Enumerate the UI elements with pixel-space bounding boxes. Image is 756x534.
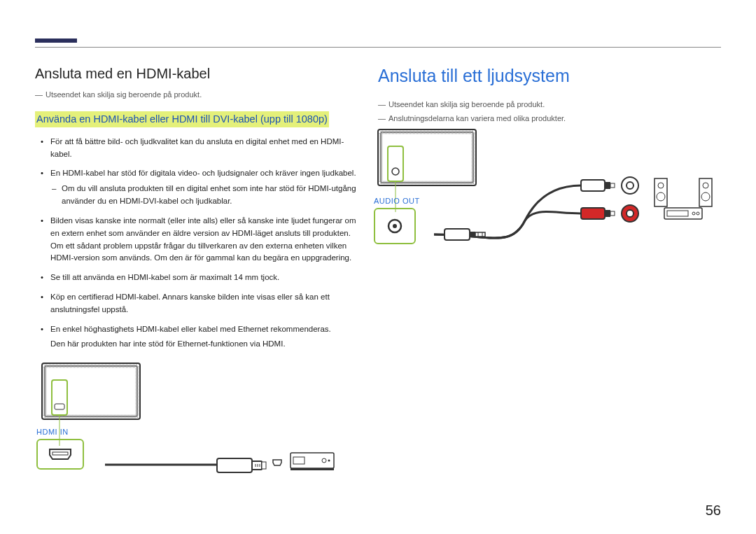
after-last-bullet-text: Den här produkten har inte stöd för Ethe…	[35, 338, 357, 351]
bullet-item: Köp en certifierad HDMI-kabel. Annars ka…	[50, 291, 357, 316]
left-column: Ansluta med en HDMI-kabel ―Utseendet kan…	[35, 66, 357, 496]
svg-rect-24	[475, 232, 485, 237]
left-subheading-highlighted: Använda en HDMI-kabel eller HDMI till DV…	[35, 111, 329, 127]
audio-out-label: AUDIO OUT	[374, 197, 420, 205]
right-column: Ansluta till ett ljudsystem ―Utseendet k…	[378, 66, 721, 496]
svg-rect-23	[470, 232, 475, 237]
sub-bullet-list: Om du vill ansluta produkten till en dig…	[50, 183, 357, 208]
top-rule	[35, 47, 721, 48]
svg-rect-20	[388, 146, 403, 181]
right-note-2-text: Anslutningsdelarna kan variera med olika…	[388, 114, 566, 122]
hdmi-port-icon	[48, 448, 72, 461]
bullet-item: En enkel höghastighets HDMI-kabel eller …	[50, 323, 357, 336]
audio-diagram: AUDIO OUT	[378, 129, 721, 276]
svg-rect-11	[290, 453, 334, 468]
bullet-item: En HDMI-kabel har stöd för digitala vide…	[50, 167, 357, 207]
svg-rect-28	[605, 182, 610, 189]
svg-rect-22	[444, 229, 470, 240]
audio-jack-icon	[387, 218, 402, 234]
left-note-1: ―Utseendet kan skilja sig beroende på pr…	[35, 90, 357, 99]
bullet-item: Se till att använda en HDMI-kabel som är…	[50, 272, 357, 284]
svg-rect-15	[290, 468, 334, 470]
bullet-text: En HDMI-kabel har stöd för digitala vide…	[50, 169, 356, 177]
svg-rect-5	[217, 458, 252, 472]
audio-port-label: AUDIO OUT	[374, 197, 420, 244]
right-note-2: ―Anslutningsdelarna kan variera med olik…	[378, 114, 721, 122]
svg-rect-27	[581, 180, 605, 191]
bullet-item: Bilden visas kanske inte normalt (eller …	[50, 215, 357, 265]
svg-point-31	[626, 182, 634, 189]
svg-point-14	[328, 460, 330, 462]
bullet-item: För att få bättre bild- och ljudkvalitet…	[50, 136, 357, 161]
right-note-1-text: Utseendet kan skilja sig beroende på pro…	[388, 100, 545, 108]
page-marker	[35, 38, 77, 43]
svg-rect-29	[610, 183, 615, 188]
left-heading: Ansluta med en HDMI-kabel	[35, 66, 357, 82]
hdmi-port-label: HDMI IN	[36, 428, 84, 470]
audio-diagram-svg	[378, 129, 721, 276]
right-heading: Ansluta till ett ljudsystem	[378, 66, 721, 86]
hdmi-in-label: HDMI IN	[36, 428, 84, 436]
page-number: 56	[706, 503, 721, 519]
svg-rect-32	[581, 208, 605, 219]
left-note-1-text: Utseendet kan skilja sig beroende på pro…	[46, 90, 202, 99]
svg-point-36	[626, 210, 634, 217]
svg-rect-6	[252, 461, 262, 470]
left-bullet-list: För att få bättre bild- och ljudkvalitet…	[35, 136, 357, 336]
svg-rect-33	[605, 210, 610, 217]
hdmi-diagram: HDMI IN	[35, 363, 357, 496]
svg-rect-7	[262, 462, 266, 469]
content-columns: Ansluta med en HDMI-kabel ―Utseendet kan…	[35, 66, 721, 496]
svg-point-48	[393, 224, 397, 228]
sub-bullet-item: Om du vill ansluta produkten till en dig…	[62, 183, 357, 208]
svg-rect-34	[610, 211, 615, 216]
right-note-1: ―Utseendet kan skilja sig beroende på pr…	[378, 100, 721, 108]
